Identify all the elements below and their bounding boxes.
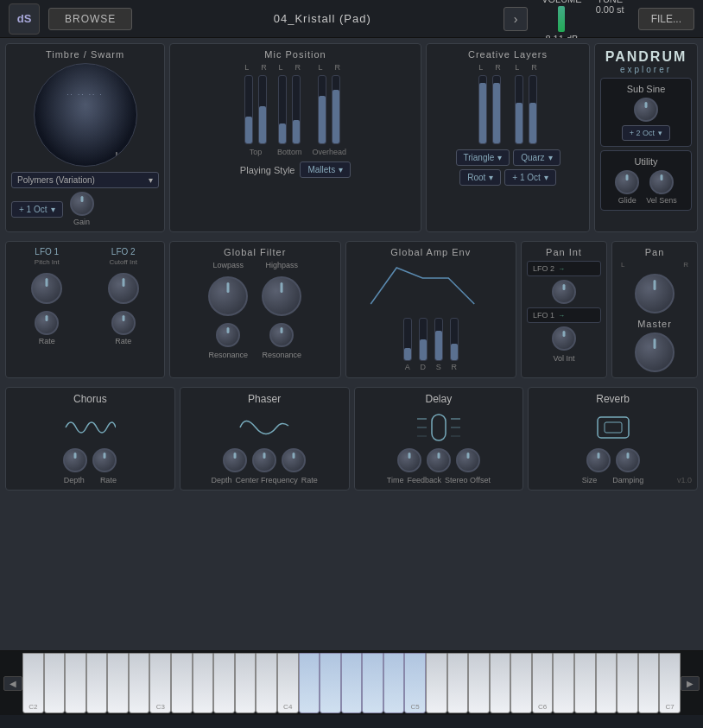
phaser-depth-knob[interactable]: [223, 448, 247, 472]
sub-sine-oct-btn[interactable]: + 2 Oct ▾: [622, 125, 670, 141]
timbre-preset-dropdown[interactable]: Polymers (Variation) ▾: [11, 172, 159, 188]
lfo2-rate-knob[interactable]: [111, 311, 136, 335]
lfo1-int-knob[interactable]: [31, 273, 62, 304]
preset-name: 04_Kristall (Pad): [141, 12, 504, 25]
white-key-14[interactable]: [299, 653, 320, 713]
glide-knob[interactable]: [615, 170, 639, 194]
pan-knob[interactable]: [635, 274, 674, 313]
delay-feedback-knob[interactable]: [427, 448, 451, 472]
amp-d-slider[interactable]: [419, 318, 428, 361]
chorus-rate-knob[interactable]: [92, 448, 117, 472]
white-key-3[interactable]: [65, 653, 86, 713]
white-key-31[interactable]: C7: [659, 653, 681, 713]
white-key-2[interactable]: [44, 653, 66, 713]
creative-sliders: LR LR: [432, 63, 584, 144]
amp-r-slider[interactable]: [450, 318, 459, 361]
white-key-20[interactable]: [426, 653, 447, 713]
white-key-7[interactable]: C3: [149, 653, 171, 713]
white-key-13[interactable]: C4: [277, 653, 299, 713]
amp-s-slider[interactable]: [434, 318, 443, 361]
white-key-29[interactable]: [617, 653, 638, 713]
white-key-16[interactable]: [341, 653, 363, 713]
mic-bottom-r-slider[interactable]: [292, 75, 301, 144]
highpass-knob[interactable]: [262, 276, 301, 316]
top-bar: dS BROWSE 04_Kristall (Pad) › VOLUME 8.1…: [0, 0, 703, 38]
white-key-6[interactable]: [129, 653, 150, 713]
white-key-21[interactable]: [447, 653, 469, 713]
mic-bottom-l-slider[interactable]: [278, 75, 287, 144]
layer1-type-dropdown[interactable]: Triangle ▾: [456, 149, 510, 166]
c4-label: C4: [283, 703, 292, 711]
delay-feedback-knob-container: [427, 448, 451, 472]
white-key-24[interactable]: [510, 653, 532, 713]
creative-l1-l[interactable]: [478, 75, 487, 144]
mic-bottom-sliders: [278, 75, 301, 144]
white-key-23[interactable]: [490, 653, 511, 713]
keyboard-left-btn[interactable]: ◀: [3, 676, 22, 691]
vel-sens-knob[interactable]: [649, 170, 674, 194]
mic-top-r-slider[interactable]: [258, 75, 267, 144]
lowpass-res-knob[interactable]: [216, 323, 240, 347]
white-key-15[interactable]: [320, 653, 341, 713]
white-key-27[interactable]: [574, 653, 596, 713]
file-button[interactable]: FILE...: [638, 8, 694, 30]
white-key-11[interactable]: [235, 653, 256, 713]
keyboard-right-btn[interactable]: ▶: [681, 676, 700, 691]
gain-knob[interactable]: [70, 192, 94, 216]
master-section: Pan L R Master: [611, 241, 698, 378]
white-key-17[interactable]: [362, 653, 383, 713]
white-key-28[interactable]: [596, 653, 618, 713]
white-key-25[interactable]: C6: [532, 653, 554, 713]
sub-sine-knob[interactable]: [634, 98, 658, 122]
white-key-18[interactable]: [383, 653, 405, 713]
browse-button[interactable]: BROWSE: [48, 8, 132, 30]
mic-top-l-slider[interactable]: [244, 75, 253, 144]
white-key-10[interactable]: [213, 653, 235, 713]
pan-lfo1-knob[interactable]: [552, 326, 576, 351]
vel-sens-label: Vel Sens: [646, 196, 677, 205]
chorus-depth-knob[interactable]: [63, 448, 87, 472]
phaser-rate-knob-container: [252, 448, 276, 472]
timbre-title: Timbre / Swarm: [11, 49, 159, 60]
reverb-damping-knob[interactable]: [616, 448, 640, 472]
white-key-22[interactable]: [468, 653, 490, 713]
delay-time-knob[interactable]: [397, 448, 421, 472]
white-key-12[interactable]: [256, 653, 277, 713]
white-key-5[interactable]: [107, 653, 129, 713]
reverb-size-knob[interactable]: [586, 448, 611, 472]
delay-stereo-knob[interactable]: [456, 448, 480, 472]
phaser-rate-knob[interactable]: [282, 448, 306, 472]
mic-overhead-l-slider[interactable]: [318, 75, 326, 144]
lfo2-pan-box: LFO 2 →: [527, 261, 601, 276]
creative-l2-r[interactable]: [529, 75, 537, 144]
white-key-26[interactable]: [553, 653, 574, 713]
lfo1-rate-knob[interactable]: [35, 311, 59, 335]
playing-style-label: Playing Style: [240, 165, 295, 175]
white-key-9[interactable]: [193, 653, 214, 713]
white-key-19[interactable]: C5: [404, 653, 426, 713]
white-key-30[interactable]: [638, 653, 660, 713]
phaser-title: Phaser: [186, 393, 344, 405]
white-key-8[interactable]: [171, 653, 193, 713]
layer2-type-dropdown[interactable]: Quarz ▾: [513, 149, 560, 166]
mic-overhead-r-slider[interactable]: [332, 75, 340, 144]
lowpass-label: Lowpass: [212, 261, 244, 269]
phaser-center-knob[interactable]: [252, 448, 276, 472]
lfo2-int-knob[interactable]: [108, 273, 139, 304]
creative-l2-l[interactable]: [515, 75, 523, 144]
creative-l1-r[interactable]: [492, 75, 501, 144]
oct-button[interactable]: + 1 Oct ▾: [11, 201, 63, 218]
pan-lfo2-knob[interactable]: [552, 280, 576, 304]
amp-a-slider[interactable]: [403, 318, 412, 361]
reverb-size-knob-container: [586, 448, 611, 472]
layer1-root-dropdown[interactable]: Root ▾: [459, 169, 501, 186]
master-knob[interactable]: [635, 332, 674, 372]
white-key-4[interactable]: [86, 653, 108, 713]
lowpass-knob[interactable]: [208, 276, 248, 316]
layer2-oct-dropdown[interactable]: + 1 Oct ▾: [504, 169, 556, 186]
arrow-button[interactable]: ›: [504, 7, 528, 31]
reverb-damping-label: Damping: [612, 476, 643, 484]
white-key-1[interactable]: C2: [22, 653, 44, 713]
playing-style-dropdown[interactable]: Mallets ▾: [300, 161, 351, 178]
highpass-res-knob[interactable]: [269, 323, 294, 347]
